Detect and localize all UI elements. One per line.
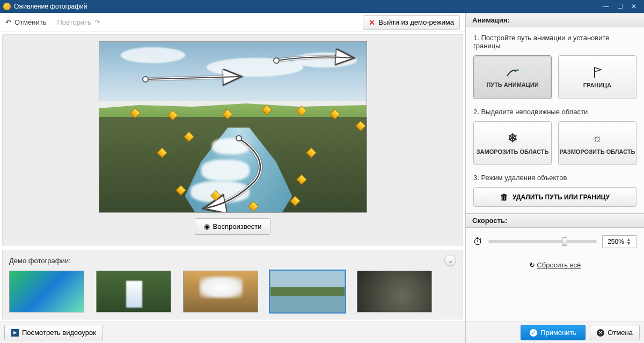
demo-photos-section: Демо фотографии: ⌄ [2,250,463,319]
cancel-label: Отмена [608,329,633,337]
border-button[interactable]: ГРАНИЦА [558,55,636,99]
chevron-down-icon: ⌄ [448,257,453,264]
demo-thumb[interactable] [357,271,432,312]
window-title: Оживление фотографий [14,3,599,10]
exit-demo-label: Выйти из демо-режима [378,18,454,26]
speed-icon: ⏱ [473,236,483,248]
toolbar: ↶ Отменить Повторить ↷ ✕ Выйти из демо-р… [0,13,465,32]
animation-path-button[interactable]: ПУТЬ АНИМАЦИИ [473,55,552,99]
speed-slider[interactable] [488,240,597,243]
minimize-button[interactable]: — [599,1,613,12]
undo-button[interactable]: ↶ Отменить [5,18,46,26]
svg-marker-3 [515,69,517,72]
unfreeze-label: РАЗМОРОЗИТЬ ОБЛАСТЬ [559,148,635,155]
cancel-button[interactable]: ✕ Отмена [590,325,640,340]
apply-button[interactable]: ✓ Применить [521,325,586,340]
exit-demo-button[interactable]: ✕ Выйти из демо-режима [363,15,460,30]
demo-thumb[interactable] [9,271,84,312]
svg-marker-5 [595,68,601,72]
redo-label: Повторить [57,18,91,26]
play-button[interactable]: ◉ Воспроизвести [195,218,271,235]
reset-link[interactable]: Сбросить всё [537,261,581,269]
step1-label: 1. Постройте путь анимации и установите … [473,34,636,50]
redo-icon: ↷ [94,18,100,26]
trash-icon: 🗑 [500,192,508,202]
photo-canvas[interactable] [99,41,367,213]
speed-panel-header: Скорость: [466,213,644,228]
close-button[interactable]: ✕ [627,1,641,12]
collapse-button[interactable]: ⌄ [444,255,456,266]
animation-panel-header: Анимация: [466,13,644,27]
path-node[interactable] [236,135,242,141]
sun-icon: ☼ [592,131,603,145]
titlebar: Оживление фотографий — ☐ ✕ [0,0,644,13]
cancel-icon: ✕ [597,329,604,337]
step2-label: 2. Выделите неподвижные области [473,108,636,116]
play-label: Воспроизвести [213,222,262,230]
demo-thumb[interactable] [96,271,171,312]
demo-label: Демо фотографии: [9,257,444,265]
speed-value-input[interactable]: 250% ▲▼ [602,235,636,248]
app-icon [3,3,11,10]
spinner-arrows[interactable]: ▲▼ [626,238,631,245]
maximize-button[interactable]: ☐ [613,1,627,12]
demo-thumb[interactable] [270,271,345,312]
speed-value: 250% [608,238,624,245]
freeze-label: ЗАМОРОЗИТЬ ОБЛАСТЬ [477,148,549,155]
flag-icon [591,66,603,79]
delete-label: УДАЛИТЬ ПУТЬ ИЛИ ГРАНИЦУ [513,193,610,201]
tutorial-label: Посмотреть видеоурок [22,329,96,337]
close-icon: ✕ [369,18,375,27]
video-icon: ▶ [11,329,19,337]
unfreeze-button[interactable]: ☼ РАЗМОРОЗИТЬ ОБЛАСТЬ [558,121,636,165]
play-icon: ◉ [204,222,210,230]
tutorial-button[interactable]: ▶ Посмотреть видеоурок [4,325,103,340]
check-icon: ✓ [530,329,537,337]
path-node[interactable] [273,57,280,64]
path-node[interactable] [142,76,149,83]
border-btn-label: ГРАНИЦА [583,82,611,88]
apply-label: Применить [540,329,576,337]
path-btn-label: ПУТЬ АНИМАЦИИ [486,81,538,88]
undo-label: Отменить [14,18,46,26]
svg-point-2 [517,69,519,71]
redo-button[interactable]: Повторить ↷ [57,18,100,26]
path-icon [505,66,520,78]
demo-thumb[interactable] [183,271,258,312]
snowflake-icon: ❄ [508,131,517,145]
step3-label: 3. Режим удаления объектов [473,174,636,182]
canvas-area: ◉ Воспроизвести [2,34,463,245]
undo-icon: ↶ [5,18,11,26]
reset-icon: ↻ [529,261,535,269]
freeze-button[interactable]: ❄ ЗАМОРОЗИТЬ ОБЛАСТЬ [473,121,552,165]
bottom-bar: ▶ Посмотреть видеоурок [0,322,465,343]
delete-path-button[interactable]: 🗑 УДАЛИТЬ ПУТЬ ИЛИ ГРАНИЦУ [473,187,636,207]
